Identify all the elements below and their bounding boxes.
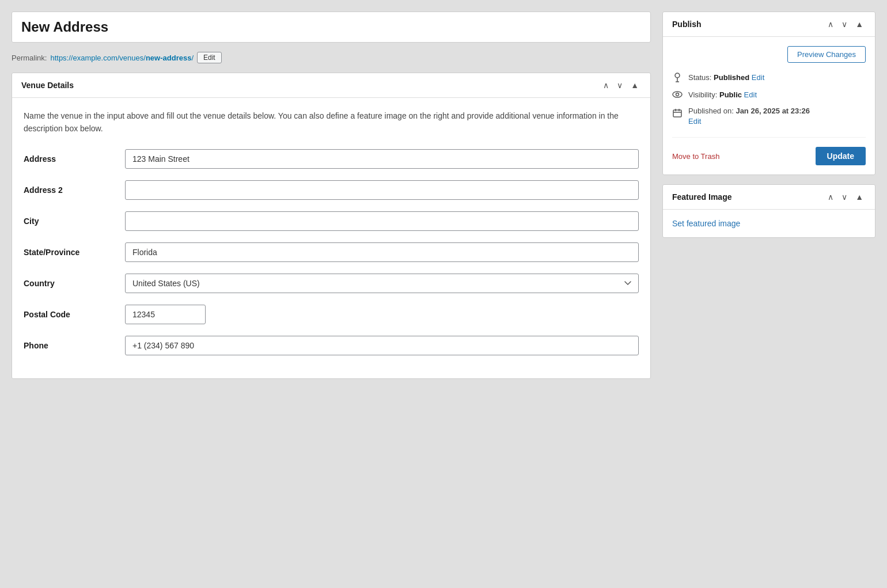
address2-row: Address 2 bbox=[24, 180, 639, 200]
venue-panel-up-btn[interactable]: ∧ bbox=[601, 80, 611, 90]
city-row: City bbox=[24, 211, 639, 231]
preview-btn-row: Preview Changes bbox=[672, 46, 866, 63]
publish-panel-up-btn[interactable]: ∧ bbox=[825, 19, 836, 29]
svg-point-3 bbox=[673, 92, 682, 97]
state-label: State/Province bbox=[24, 248, 116, 257]
svg-point-0 bbox=[675, 73, 680, 78]
update-button[interactable]: Update bbox=[816, 147, 866, 165]
published-edit-link[interactable]: Edit bbox=[688, 117, 701, 126]
country-select[interactable]: United States (US) bbox=[125, 274, 639, 293]
publish-meta: Status: Published Edit bbox=[672, 72, 866, 126]
published-on-row: Published on: Jan 26, 2025 at 23:26 Edit bbox=[672, 107, 866, 126]
address-input[interactable] bbox=[125, 149, 639, 169]
venue-details-body: Name the venue in the input above and fi… bbox=[12, 98, 650, 378]
publish-panel-arrow-btn[interactable]: ▲ bbox=[853, 19, 866, 29]
publish-panel-title: Publish bbox=[672, 20, 702, 29]
state-input[interactable] bbox=[125, 242, 639, 262]
publish-panel-body: Preview Changes bbox=[663, 37, 875, 174]
postal-input[interactable] bbox=[125, 305, 206, 324]
country-label: Country bbox=[24, 279, 116, 288]
published-text: Published on: Jan 26, 2025 at 23:26 Edit bbox=[688, 107, 810, 126]
featured-panel-down-btn[interactable]: ∨ bbox=[839, 192, 850, 202]
state-row: State/Province bbox=[24, 242, 639, 262]
phone-input[interactable] bbox=[125, 336, 639, 355]
phone-row: Phone bbox=[24, 336, 639, 355]
venue-description: Name the venue in the input above and fi… bbox=[24, 109, 639, 135]
publish-panel-header: Publish ∧ ∨ ▲ bbox=[663, 12, 875, 37]
country-row: Country United States (US) bbox=[24, 274, 639, 293]
svg-rect-5 bbox=[673, 110, 681, 117]
city-input[interactable] bbox=[125, 211, 639, 231]
status-row: Status: Published Edit bbox=[672, 72, 866, 82]
visibility-icon bbox=[672, 89, 683, 100]
published-icon bbox=[672, 108, 683, 118]
publish-panel-controls: ∧ ∨ ▲ bbox=[825, 19, 866, 29]
featured-panel-up-btn[interactable]: ∧ bbox=[825, 192, 836, 202]
status-text: Status: Published Edit bbox=[688, 73, 764, 82]
featured-image-controls: ∧ ∨ ▲ bbox=[825, 192, 866, 202]
svg-point-4 bbox=[676, 93, 679, 96]
address2-input[interactable] bbox=[125, 180, 639, 200]
move-to-trash-link[interactable]: Move to Trash bbox=[672, 152, 719, 161]
publish-panel: Publish ∧ ∨ ▲ Preview Changes bbox=[662, 12, 875, 175]
visibility-edit-link[interactable]: Edit bbox=[744, 90, 757, 99]
featured-panel-arrow-btn[interactable]: ▲ bbox=[853, 192, 866, 202]
venue-details-title: Venue Details bbox=[21, 81, 74, 90]
venue-details-header: Venue Details ∧ ∨ ▲ bbox=[12, 73, 650, 98]
featured-image-body: Set featured image bbox=[663, 210, 875, 237]
venue-panel-controls: ∧ ∨ ▲ bbox=[601, 80, 641, 90]
venue-details-panel: Venue Details ∧ ∨ ▲ Name the venue in th… bbox=[12, 73, 651, 379]
set-featured-image-link[interactable]: Set featured image bbox=[672, 219, 740, 228]
post-title-input[interactable] bbox=[21, 19, 641, 35]
permalink-label: Permalink: bbox=[12, 54, 47, 62]
sidebar-column: Publish ∧ ∨ ▲ Preview Changes bbox=[662, 12, 875, 379]
venue-panel-down-btn[interactable]: ∨ bbox=[615, 80, 625, 90]
address-row: Address bbox=[24, 149, 639, 169]
preview-changes-button[interactable]: Preview Changes bbox=[787, 46, 866, 63]
title-box bbox=[12, 12, 651, 43]
postal-label: Postal Code bbox=[24, 310, 116, 319]
main-column: Permalink: https://example.com/venues/ne… bbox=[12, 12, 651, 379]
address2-label: Address 2 bbox=[24, 185, 116, 195]
featured-image-title: Featured Image bbox=[672, 192, 731, 202]
status-icon bbox=[672, 72, 683, 82]
featured-image-header: Featured Image ∧ ∨ ▲ bbox=[663, 185, 875, 210]
permalink-row: Permalink: https://example.com/venues/ne… bbox=[12, 52, 651, 63]
permalink-link[interactable]: https://example.com/venues/new-address/ bbox=[50, 54, 194, 62]
postal-row: Postal Code bbox=[24, 305, 639, 324]
visibility-text: Visibility: Public Edit bbox=[688, 90, 757, 99]
phone-label: Phone bbox=[24, 341, 116, 350]
city-label: City bbox=[24, 217, 116, 226]
publish-actions: Move to Trash Update bbox=[672, 137, 866, 165]
permalink-edit-button[interactable]: Edit bbox=[197, 52, 222, 63]
visibility-row: Visibility: Public Edit bbox=[672, 89, 866, 100]
featured-image-panel: Featured Image ∧ ∨ ▲ Set featured image bbox=[662, 184, 875, 238]
status-edit-link[interactable]: Edit bbox=[752, 73, 764, 82]
publish-panel-down-btn[interactable]: ∨ bbox=[839, 19, 850, 29]
venue-panel-arrow-btn[interactable]: ▲ bbox=[628, 80, 641, 90]
address-label: Address bbox=[24, 154, 116, 164]
